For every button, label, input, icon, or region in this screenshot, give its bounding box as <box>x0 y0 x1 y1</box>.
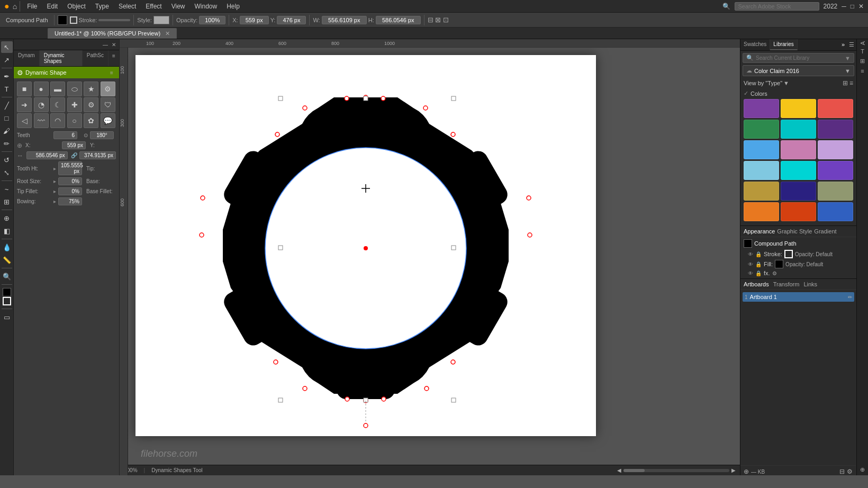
panel-collapse-btn[interactable]: — <box>101 40 110 49</box>
scroll-thumb[interactable] <box>623 469 645 472</box>
pen-tool[interactable]: ✒ <box>1 70 13 82</box>
handle-mr[interactable] <box>451 246 456 250</box>
lock-icon-fill[interactable]: 🔒 <box>755 261 762 267</box>
panel-expand-icon[interactable]: » <box>839 39 847 50</box>
color-swatch-cyan[interactable] <box>781 120 816 139</box>
menu-window[interactable]: Window <box>191 2 222 11</box>
measure-tool[interactable]: 📏 <box>1 254 13 266</box>
menu-effect[interactable]: Effect <box>141 2 166 11</box>
far-right-btn-1[interactable]: A <box>860 41 866 45</box>
handle-tl[interactable] <box>278 96 283 101</box>
warp-tool[interactable]: ~ <box>1 183 13 195</box>
handle-bl[interactable] <box>278 398 283 402</box>
view-dropdown-icon[interactable]: ▼ <box>783 80 789 86</box>
close-icon[interactable]: ✕ <box>858 3 864 10</box>
menu-edit[interactable]: Edit <box>42 2 62 11</box>
shape-donut[interactable]: ○ <box>67 113 82 128</box>
tip-fillet-value[interactable]: 0% <box>58 187 82 195</box>
far-right-btn-2[interactable]: T <box>861 48 864 55</box>
color-swatch-purple[interactable] <box>744 99 779 118</box>
color-swatch-pink[interactable] <box>781 140 816 159</box>
color-swatch-blue[interactable] <box>818 202 853 221</box>
tab-graphic-style[interactable]: Graphic Style <box>777 228 812 234</box>
list-view-icon[interactable]: ≡ <box>849 79 853 87</box>
shape-gear2[interactable]: ⚙ <box>84 97 98 112</box>
stroke-swatch[interactable] <box>70 16 77 24</box>
menu-type[interactable]: Type <box>91 2 113 11</box>
visibility-icon-fill[interactable]: 👁 <box>748 261 753 267</box>
link-icon[interactable]: 🔗 <box>71 152 77 158</box>
size-value[interactable]: 586.0546 px <box>26 151 68 159</box>
color-swatch-dark-purple[interactable] <box>818 120 853 139</box>
color-swatch-orange[interactable] <box>744 202 779 221</box>
bottom-drag-handle[interactable] <box>364 423 368 428</box>
artboard-item-1[interactable]: 1 Artboard 1 ✏ <box>743 292 854 302</box>
shape-rounded[interactable]: ▬ <box>50 82 65 96</box>
root-size-value[interactable]: 0% <box>58 177 82 185</box>
cp-swatch[interactable] <box>744 239 752 248</box>
home-icon[interactable]: ⌂ <box>13 2 17 11</box>
nav-prev[interactable]: ◀ <box>617 467 621 473</box>
tab-links[interactable]: Links <box>803 281 817 287</box>
handle-br[interactable] <box>451 398 456 402</box>
select-tool[interactable]: ↖ <box>1 41 13 53</box>
align-icons[interactable]: ⊟ ⊠ ⊡ <box>428 16 449 24</box>
tooth-ht-value[interactable]: 105.5555 px <box>58 161 82 175</box>
menu-select[interactable]: Select <box>114 2 140 11</box>
shape-ellipse[interactable]: ⬭ <box>67 82 82 96</box>
shape-gear[interactable]: ⚙ <box>101 82 115 96</box>
stroke-value[interactable] <box>98 19 130 21</box>
teeth-value[interactable] <box>53 131 77 139</box>
search-stock-input[interactable] <box>735 2 819 11</box>
panel-menu-btn[interactable]: ≡ <box>110 51 118 60</box>
shape-cross[interactable]: ✚ <box>67 97 82 112</box>
menu-help[interactable]: Help <box>222 2 244 11</box>
scroll-bar[interactable] <box>623 469 729 472</box>
shape-speech[interactable]: 💬 <box>101 113 115 128</box>
shape-builder-tool[interactable]: ⊕ <box>1 212 13 224</box>
w-value[interactable]: 556.6109 px <box>322 16 367 24</box>
fill-attr-swatch[interactable] <box>775 260 783 268</box>
tab-appearance[interactable]: Appearance <box>744 228 775 234</box>
shape-flower[interactable]: ✿ <box>84 113 98 128</box>
add-artboard-icon[interactable]: ⊕ <box>744 468 749 475</box>
grid-view-icon[interactable]: ⊞ <box>843 79 848 87</box>
shape-arc[interactable]: ◠ <box>50 113 65 128</box>
restore-icon[interactable]: □ <box>851 3 854 10</box>
shape-star[interactable]: ★ <box>84 82 98 96</box>
x-value[interactable]: 559 px <box>62 141 86 149</box>
shape-rect[interactable]: ■ <box>17 82 32 96</box>
scale-tool[interactable]: ⤡ <box>1 167 13 178</box>
color-swatch-red[interactable] <box>818 99 853 118</box>
color-swatch-sage[interactable] <box>818 182 853 201</box>
panel-tab-dynam[interactable]: Dynam <box>14 50 40 66</box>
shape-arrow[interactable]: ➜ <box>17 97 32 112</box>
pencil-tool[interactable]: ✏ <box>1 138 13 149</box>
color-swatch-burnt-orange[interactable] <box>781 202 816 221</box>
color-swatch-pale-blue[interactable] <box>744 161 779 180</box>
far-right-btn-4[interactable]: ≡ <box>861 68 864 74</box>
color-swatch-light-blue[interactable] <box>744 140 779 159</box>
far-right-btn-5[interactable]: ⊕ <box>860 466 865 473</box>
y-value[interactable]: 476 px <box>277 16 306 24</box>
artboard-tool[interactable]: ▭ <box>1 311 13 323</box>
angle-value[interactable]: 180° <box>90 131 114 139</box>
bowing-value[interactable]: 75% <box>58 197 82 205</box>
h-value[interactable]: 586.0546 px <box>376 16 421 24</box>
tab-libraries[interactable]: Libraries <box>770 39 797 50</box>
app-icon[interactable]: ● <box>4 2 10 11</box>
handle-ml[interactable] <box>278 246 283 250</box>
tab-transparency[interactable]: Swatches <box>740 39 770 50</box>
tab-transform[interactable]: Transform <box>773 281 800 287</box>
color-swatch-gold[interactable] <box>744 182 779 201</box>
shape-crescent[interactable]: ☾ <box>50 97 65 112</box>
color-swatch-yellow[interactable] <box>781 99 816 118</box>
size2-value[interactable]: 374.9135 px <box>79 151 116 159</box>
rotate-tool[interactable]: ↺ <box>1 154 13 166</box>
artboard-fit-icon[interactable]: ⊟ <box>839 468 845 475</box>
lock-icon-stroke[interactable]: 🔒 <box>755 251 762 257</box>
gradient-tool[interactable]: ◧ <box>1 225 13 237</box>
document-tab[interactable]: Untitled-1* @ 100% (RGB/GPU Preview) ✕ <box>48 28 177 39</box>
zoom-tool[interactable]: 🔍 <box>1 270 13 282</box>
library-dropdown-icon[interactable]: ▼ <box>845 68 851 74</box>
